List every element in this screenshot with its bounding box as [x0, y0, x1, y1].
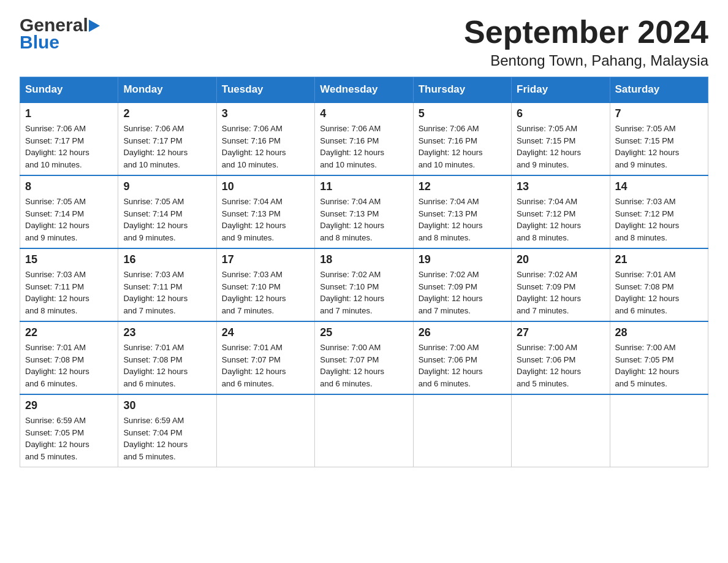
day-number: 11	[320, 180, 408, 193]
day-number: 22	[25, 326, 113, 339]
calendar-title: September 2024	[464, 15, 708, 50]
day-info: Sunrise: 7:06 AMSunset: 7:16 PMDaylight:…	[320, 123, 408, 170]
day-info: Sunrise: 7:06 AMSunset: 7:17 PMDaylight:…	[25, 123, 113, 170]
day-info: Sunrise: 7:06 AMSunset: 7:16 PMDaylight:…	[419, 123, 506, 170]
logo-arrow-icon	[89, 20, 100, 32]
day-number: 24	[222, 326, 309, 339]
day-info: Sunrise: 6:59 AMSunset: 7:04 PMDaylight:…	[123, 415, 211, 462]
calendar-cell: 3 Sunrise: 7:06 AMSunset: 7:16 PMDayligh…	[216, 102, 314, 175]
calendar-week-row: 22 Sunrise: 7:01 AMSunset: 7:08 PMDaylig…	[20, 321, 708, 394]
day-number: 17	[222, 253, 309, 266]
day-info: Sunrise: 7:00 AMSunset: 7:06 PMDaylight:…	[419, 342, 506, 389]
day-info: Sunrise: 7:00 AMSunset: 7:05 PMDaylight:…	[615, 342, 703, 389]
calendar-cell: 25 Sunrise: 7:00 AMSunset: 7:07 PMDaylig…	[315, 321, 413, 394]
calendar-cell	[413, 394, 511, 467]
day-info: Sunrise: 7:05 AMSunset: 7:15 PMDaylight:…	[517, 123, 604, 170]
day-number: 18	[320, 253, 408, 266]
day-info: Sunrise: 7:05 AMSunset: 7:14 PMDaylight:…	[25, 196, 113, 243]
day-number: 12	[419, 180, 506, 193]
calendar-header-thursday: Thursday	[413, 77, 511, 103]
day-number: 7	[615, 107, 703, 120]
calendar-cell: 24 Sunrise: 7:01 AMSunset: 7:07 PMDaylig…	[216, 321, 314, 394]
calendar-header-tuesday: Tuesday	[216, 77, 314, 103]
calendar-subtitle: Bentong Town, Pahang, Malaysia	[464, 52, 708, 69]
calendar-cell: 30 Sunrise: 6:59 AMSunset: 7:04 PMDaylig…	[118, 394, 216, 467]
calendar-cell	[610, 394, 708, 467]
calendar-cell	[512, 394, 610, 467]
day-number: 2	[123, 107, 211, 120]
calendar-cell: 6 Sunrise: 7:05 AMSunset: 7:15 PMDayligh…	[512, 102, 610, 175]
day-number: 16	[123, 253, 211, 266]
day-info: Sunrise: 7:05 AMSunset: 7:14 PMDaylight:…	[123, 196, 211, 243]
calendar-week-row: 1 Sunrise: 7:06 AMSunset: 7:17 PMDayligh…	[20, 102, 708, 175]
calendar-table: SundayMondayTuesdayWednesdayThursdayFrid…	[20, 77, 708, 467]
day-info: Sunrise: 7:01 AMSunset: 7:08 PMDaylight:…	[123, 342, 211, 389]
calendar-cell: 16 Sunrise: 7:03 AMSunset: 7:11 PMDaylig…	[118, 248, 216, 321]
day-info: Sunrise: 7:06 AMSunset: 7:17 PMDaylight:…	[123, 123, 211, 170]
day-number: 10	[222, 180, 309, 193]
day-info: Sunrise: 7:01 AMSunset: 7:07 PMDaylight:…	[222, 342, 309, 389]
day-number: 13	[517, 180, 604, 193]
calendar-cell: 2 Sunrise: 7:06 AMSunset: 7:17 PMDayligh…	[118, 102, 216, 175]
day-number: 9	[123, 180, 211, 193]
calendar-cell: 14 Sunrise: 7:03 AMSunset: 7:12 PMDaylig…	[610, 175, 708, 248]
calendar-cell: 19 Sunrise: 7:02 AMSunset: 7:09 PMDaylig…	[413, 248, 511, 321]
calendar-cell: 11 Sunrise: 7:04 AMSunset: 7:13 PMDaylig…	[315, 175, 413, 248]
calendar-week-row: 8 Sunrise: 7:05 AMSunset: 7:14 PMDayligh…	[20, 175, 708, 248]
page-header: General Blue September 2024 Bentong Town…	[20, 15, 708, 69]
calendar-week-row: 29 Sunrise: 6:59 AMSunset: 7:05 PMDaylig…	[20, 394, 708, 467]
day-info: Sunrise: 7:04 AMSunset: 7:13 PMDaylight:…	[320, 196, 408, 243]
calendar-cell: 7 Sunrise: 7:05 AMSunset: 7:15 PMDayligh…	[610, 102, 708, 175]
title-area: September 2024 Bentong Town, Pahang, Mal…	[464, 15, 708, 69]
calendar-cell: 18 Sunrise: 7:02 AMSunset: 7:10 PMDaylig…	[315, 248, 413, 321]
day-number: 3	[222, 107, 309, 120]
calendar-cell	[315, 394, 413, 467]
calendar-header-wednesday: Wednesday	[315, 77, 413, 103]
calendar-header-sunday: Sunday	[20, 77, 118, 103]
day-info: Sunrise: 6:59 AMSunset: 7:05 PMDaylight:…	[25, 415, 113, 462]
logo-blue-text: Blue	[20, 32, 100, 53]
day-info: Sunrise: 7:05 AMSunset: 7:15 PMDaylight:…	[615, 123, 703, 170]
day-number: 1	[25, 107, 113, 120]
day-info: Sunrise: 7:03 AMSunset: 7:11 PMDaylight:…	[25, 269, 113, 316]
day-number: 27	[517, 326, 604, 339]
calendar-cell: 29 Sunrise: 6:59 AMSunset: 7:05 PMDaylig…	[20, 394, 118, 467]
day-number: 21	[615, 253, 703, 266]
day-info: Sunrise: 7:04 AMSunset: 7:12 PMDaylight:…	[517, 196, 604, 243]
day-info: Sunrise: 7:03 AMSunset: 7:12 PMDaylight:…	[615, 196, 703, 243]
day-info: Sunrise: 7:04 AMSunset: 7:13 PMDaylight:…	[222, 196, 309, 243]
day-number: 30	[123, 399, 211, 412]
day-info: Sunrise: 7:04 AMSunset: 7:13 PMDaylight:…	[419, 196, 506, 243]
calendar-header-friday: Friday	[512, 77, 610, 103]
calendar-header-row: SundayMondayTuesdayWednesdayThursdayFrid…	[20, 77, 708, 103]
day-number: 28	[615, 326, 703, 339]
day-number: 15	[25, 253, 113, 266]
day-number: 8	[25, 180, 113, 193]
calendar-cell	[216, 394, 314, 467]
day-number: 23	[123, 326, 211, 339]
calendar-header-monday: Monday	[118, 77, 216, 103]
day-number: 6	[517, 107, 604, 120]
calendar-cell: 26 Sunrise: 7:00 AMSunset: 7:06 PMDaylig…	[413, 321, 511, 394]
day-info: Sunrise: 7:00 AMSunset: 7:07 PMDaylight:…	[320, 342, 408, 389]
logo: General Blue	[20, 15, 100, 53]
calendar-cell: 1 Sunrise: 7:06 AMSunset: 7:17 PMDayligh…	[20, 102, 118, 175]
day-number: 19	[419, 253, 506, 266]
day-info: Sunrise: 7:00 AMSunset: 7:06 PMDaylight:…	[517, 342, 604, 389]
calendar-cell: 13 Sunrise: 7:04 AMSunset: 7:12 PMDaylig…	[512, 175, 610, 248]
calendar-cell: 21 Sunrise: 7:01 AMSunset: 7:08 PMDaylig…	[610, 248, 708, 321]
day-info: Sunrise: 7:03 AMSunset: 7:11 PMDaylight:…	[123, 269, 211, 316]
day-number: 25	[320, 326, 408, 339]
day-info: Sunrise: 7:02 AMSunset: 7:10 PMDaylight:…	[320, 269, 408, 316]
day-info: Sunrise: 7:02 AMSunset: 7:09 PMDaylight:…	[517, 269, 604, 316]
calendar-week-row: 15 Sunrise: 7:03 AMSunset: 7:11 PMDaylig…	[20, 248, 708, 321]
calendar-cell: 9 Sunrise: 7:05 AMSunset: 7:14 PMDayligh…	[118, 175, 216, 248]
day-info: Sunrise: 7:01 AMSunset: 7:08 PMDaylight:…	[615, 269, 703, 316]
calendar-cell: 4 Sunrise: 7:06 AMSunset: 7:16 PMDayligh…	[315, 102, 413, 175]
day-number: 20	[517, 253, 604, 266]
calendar-cell: 12 Sunrise: 7:04 AMSunset: 7:13 PMDaylig…	[413, 175, 511, 248]
day-number: 5	[419, 107, 506, 120]
calendar-cell: 5 Sunrise: 7:06 AMSunset: 7:16 PMDayligh…	[413, 102, 511, 175]
day-number: 4	[320, 107, 408, 120]
day-number: 14	[615, 180, 703, 193]
